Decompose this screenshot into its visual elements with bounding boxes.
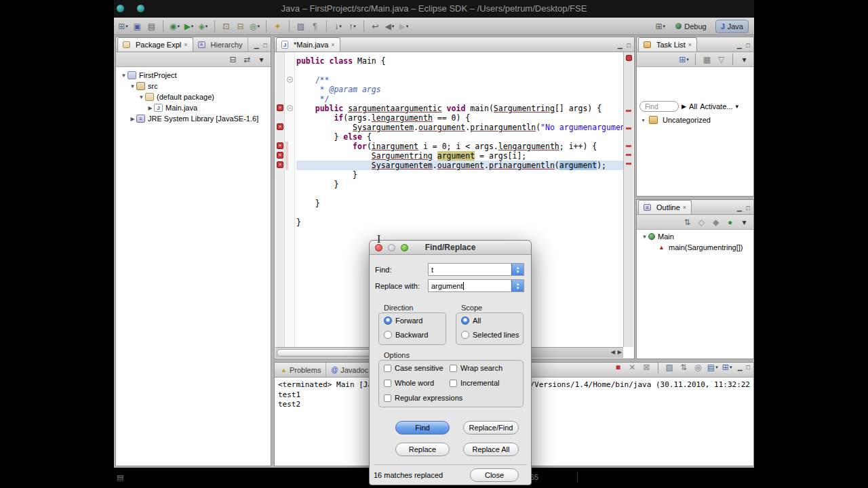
code-line[interactable]: } else {: [296, 132, 623, 142]
tree-item[interactable]: ▼(default package): [116, 92, 271, 102]
error-marker-icon[interactable]: ×: [277, 152, 283, 159]
show-whitespace-icon[interactable]: ¶: [309, 20, 321, 33]
task-filter-all[interactable]: All: [689, 102, 697, 110]
checkbox-case-sensitive[interactable]: Case sensitive: [384, 364, 443, 372]
radio-backward[interactable]: Backward: [384, 331, 428, 339]
expander-icon[interactable]: ▼: [641, 234, 648, 240]
minimize-icon[interactable]: ▁: [254, 42, 259, 49]
checkbox-whole-word[interactable]: Whole word: [384, 379, 434, 387]
code-line[interactable]: Sysargumentem.ouargument.prinargumentln(…: [296, 161, 623, 170]
remove-all-launches-icon[interactable]: ⊠: [640, 361, 653, 374]
run-icon[interactable]: ▶▾: [182, 20, 195, 33]
code-line[interactable]: }: [296, 218, 623, 227]
forward-icon[interactable]: ▶▾: [397, 20, 410, 33]
filter-icon[interactable]: ▽: [715, 53, 728, 66]
radio-forward[interactable]: Forward: [384, 317, 422, 325]
tab-task-list[interactable]: Task List ×: [638, 37, 697, 52]
tab-javadoc[interactable]: @ Javadoc: [326, 363, 374, 377]
expander-icon[interactable]: ▼: [120, 73, 127, 79]
dialog-minimize-button[interactable]: [388, 244, 395, 251]
code-line[interactable]: public sargumentaargumentic void main(Sa…: [296, 104, 623, 113]
back-icon[interactable]: ◀▾: [383, 20, 396, 33]
find-button[interactable]: Find: [395, 421, 450, 434]
overview-error-tick[interactable]: [626, 127, 631, 129]
error-marker-icon[interactable]: ×: [277, 142, 283, 149]
hide-fields-icon[interactable]: ◇: [695, 216, 708, 229]
code-line[interactable]: */: [296, 94, 623, 104]
console-select-icon[interactable]: ▤▾: [706, 361, 719, 374]
close-button[interactable]: Close: [470, 468, 519, 482]
sort-icon[interactable]: ⇅: [681, 216, 694, 229]
dialog-titlebar[interactable]: Find/Replace: [370, 241, 531, 255]
fold-collapse-icon[interactable]: −: [287, 77, 293, 83]
maximize-icon[interactable]: □: [264, 42, 267, 49]
overview-error-tick[interactable]: [626, 163, 631, 165]
code-line[interactable]: [296, 208, 623, 218]
code-line[interactable]: }: [296, 199, 623, 208]
tree-item[interactable]: ▼Main: [637, 231, 753, 242]
perspective-debug[interactable]: Debug: [671, 20, 711, 33]
tab-hierarchy[interactable]: Hierarchy: [193, 37, 248, 52]
remove-launch-icon[interactable]: ✕: [626, 361, 639, 374]
fast-view-icon[interactable]: ▤: [117, 473, 123, 482]
view-menu-icon[interactable]: ▾: [738, 53, 751, 66]
tree-item[interactable]: ▼src: [116, 81, 271, 92]
close-icon[interactable]: ×: [331, 41, 334, 48]
close-icon[interactable]: ×: [683, 204, 686, 211]
code-line[interactable]: Sysargumentem.ouargument.prinargumentln(…: [296, 123, 623, 132]
minimize-icon[interactable]: ▁: [737, 42, 742, 49]
code-line[interactable]: [296, 66, 623, 75]
tab-package-explorer[interactable]: Package Expl ×: [117, 37, 193, 52]
expander-icon[interactable]: ▾: [639, 117, 647, 123]
categorize-icon[interactable]: ▦: [701, 53, 713, 66]
tree-item[interactable]: ▼FirstProject: [116, 70, 271, 81]
error-marker-icon[interactable]: ×: [277, 123, 283, 130]
fold-collapse-icon[interactable]: −: [287, 105, 293, 111]
minimize-icon[interactable]: ▁: [738, 364, 743, 371]
code-line[interactable]: [296, 189, 623, 199]
code-line[interactable]: Sargumentring argument = args[i];: [296, 151, 623, 161]
overview-error-tick[interactable]: [626, 154, 631, 156]
radio-selected-lines[interactable]: Selected lines: [461, 331, 519, 339]
external-tools-icon[interactable]: ◈▾: [197, 20, 210, 33]
maximize-icon[interactable]: □: [747, 205, 750, 211]
checkbox-incremental[interactable]: Incremental: [450, 379, 499, 387]
code-line[interactable]: /**: [296, 75, 623, 85]
scroll-lock-icon[interactable]: ⇅: [677, 361, 690, 374]
minimize-icon[interactable]: ▁: [737, 205, 742, 211]
code-line[interactable]: * @param args: [296, 85, 623, 94]
expander-icon[interactable]: ▶: [129, 116, 136, 122]
maximize-icon[interactable]: □: [747, 42, 750, 49]
tree-item[interactable]: main(Sargumentring[]): [637, 242, 753, 253]
tree-item[interactable]: ▶JRE System Library [JavaSE-1.6]: [116, 113, 271, 124]
prev-annotation-icon[interactable]: ↑▾: [346, 20, 359, 33]
save-icon[interactable]: ▣: [131, 20, 144, 33]
overview-error-tick[interactable]: [626, 145, 631, 147]
expander-icon[interactable]: ▼: [138, 94, 145, 100]
link-with-editor-icon[interactable]: ⇄: [241, 53, 254, 66]
error-marker-icon[interactable]: ×: [277, 161, 283, 168]
mark-occurrences-icon[interactable]: ▨: [294, 20, 307, 33]
expander-icon[interactable]: ▶: [146, 105, 154, 111]
new-wizard-icon[interactable]: ⊞▾: [117, 20, 130, 33]
maximize-icon[interactable]: □: [627, 42, 631, 49]
close-icon[interactable]: ×: [688, 41, 692, 48]
minimize-icon[interactable]: ▁: [618, 42, 623, 49]
open-console-icon[interactable]: ⊞▾: [721, 361, 734, 374]
find-input[interactable]: t ▲ ▼: [428, 263, 524, 276]
error-marker-icon[interactable]: ×: [277, 104, 283, 111]
replace-input[interactable]: argument ▲ ▼: [428, 279, 524, 292]
hide-static-icon[interactable]: ◆: [709, 216, 722, 229]
hide-nonpublic-icon[interactable]: ●: [724, 216, 736, 229]
new-java-project-icon[interactable]: ⊡: [220, 20, 233, 33]
checkbox-wrap-search[interactable]: Wrap search: [450, 364, 502, 372]
radio-all[interactable]: All: [461, 317, 481, 325]
replace-button[interactable]: Replace: [395, 443, 450, 456]
expander-icon[interactable]: ▼: [129, 83, 136, 89]
scroll-right-icon[interactable]: ▶: [618, 349, 622, 355]
tree-item[interactable]: ▶Main.java: [116, 102, 271, 113]
tab-main-java[interactable]: *Main.java ×: [276, 37, 340, 52]
new-class-icon[interactable]: ◎▾: [248, 20, 261, 33]
find-dropdown-icon[interactable]: ▲ ▼: [511, 264, 524, 275]
task-category-row[interactable]: ▾ Uncategorized: [639, 116, 711, 124]
